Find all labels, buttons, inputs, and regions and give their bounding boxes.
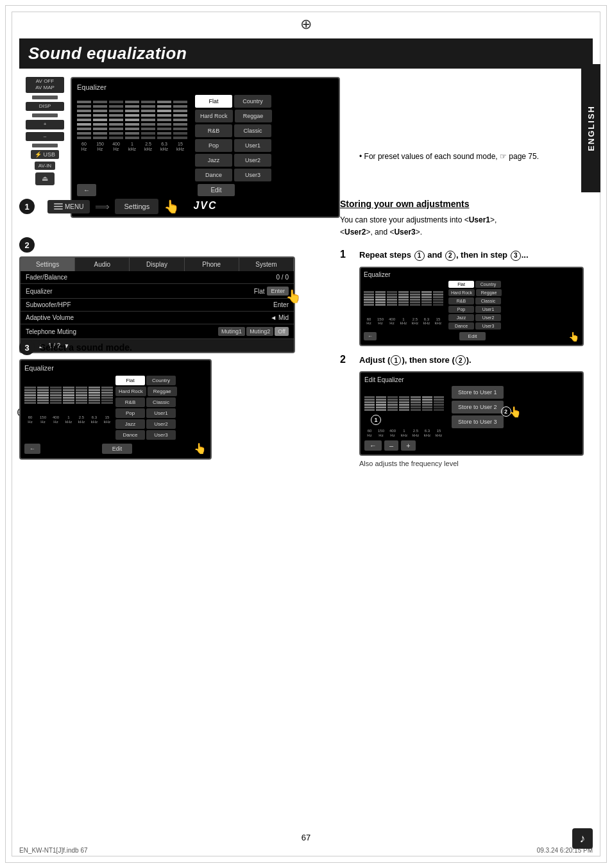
storing-text: You can store your adjustments into <Use… [340,214,574,238]
storing-eq-btn-classic[interactable]: Classic [475,297,501,305]
eq-btn-row-6: Dance User3 [195,169,272,181]
eq-btn-rb[interactable]: R&B [195,124,232,137]
edit-eq-bottom: ← – + [364,440,579,451]
device-connector-3 [32,144,58,147]
eq-screen-body: 60Hz 150Hz 400Hz 1kHz 2.5kHz 6.3kHz 15kH… [77,95,334,181]
circle-1-ref: 1 [414,251,425,261]
storing-title: Storing your own adjustments [340,199,574,209]
step3-btn-country[interactable]: Country [146,376,176,385]
step3-eq-screen: Equalizer [19,359,212,460]
circle-3-ref: 3 [511,251,521,261]
storing-eq-btn-flat[interactable]: Flat [448,281,474,288]
av-off-btn[interactable]: AV OFF AV MAP [26,77,64,93]
eq-back-button[interactable]: ← [77,184,96,196]
eq-btn-pop[interactable]: Pop [195,139,232,152]
device-connector-1 [32,96,58,99]
storing-eq-btn-pop[interactable]: Pop [448,306,474,313]
eq-screen-title: Equalizer [77,83,334,91]
eq-preset-buttons: Flat Country Hard Rock Reggae R&B Classi… [195,95,272,181]
storing-eq-back-btn[interactable]: ← [364,332,377,340]
storing-eq-btn-jazz[interactable]: Jazz [448,314,474,321]
storing-eq-btn-hardrock[interactable]: Hard Rock [448,289,475,296]
plus-btn[interactable]: + [26,120,64,129]
step3-eq-title: Equalizer [24,364,207,372]
step3-back-btn[interactable]: ← [24,444,40,454]
eq-btn-country[interactable]: Country [234,95,271,108]
eq-btn-hardrock[interactable]: Hard Rock [195,110,233,122]
storing-step1-content: Repeat steps 1 and 2, then in step 3... … [359,249,584,346]
eq-btn-flat[interactable]: Flat [195,95,232,108]
step3-btn-reggae[interactable]: Reggae [148,387,177,396]
tab-system[interactable]: System [239,258,294,271]
storing-eq-btn-user3[interactable]: User3 [475,322,501,330]
avin-btn[interactable]: AV-IN [35,162,55,170]
edit-minus-btn[interactable]: – [384,440,398,451]
edit-back-btn[interactable]: ← [364,440,382,451]
step3-btn-user3[interactable]: User3 [146,430,176,440]
arrow-right-icon: ⟹ [95,201,110,213]
eq-btn-user1[interactable]: User1 [234,139,271,152]
step3-btn-classic[interactable]: Classic [146,397,176,407]
storing-eq-btn-dance[interactable]: Dance [448,322,474,330]
settings-tabs: Settings Audio Display Phone System [21,258,294,271]
menu-label: MENU [65,203,83,210]
step3-preset-btns: Flat Country Hard Rock Reggae R&B Classi… [115,376,177,440]
edit-plus-btn[interactable]: + [401,440,415,451]
storing-eq-btn-user2[interactable]: User2 [475,314,501,321]
muting2-btn[interactable]: Muting2 [246,327,273,336]
storing-step2: 2 Adjust (1), then store (2). Edit Equal… [340,354,574,467]
step1-circle: 1 [19,199,35,214]
storing-eq-btn-country[interactable]: Country [475,281,501,288]
storing-eq-btn-rb[interactable]: R&B [448,297,474,305]
eq-bars [77,95,187,140]
tab-display[interactable]: Display [130,258,184,271]
tab-audio[interactable]: Audio [75,258,130,271]
muting1-btn[interactable]: Muting1 [218,327,245,336]
step3-btn-flat[interactable]: Flat [115,376,145,385]
eq-btn-user3[interactable]: User3 [234,169,271,181]
eq-btn-dance[interactable]: Dance [195,169,232,181]
step3-btn-hardrock[interactable]: Hard Rock [115,387,146,396]
minus-btn[interactable]: – [26,132,64,141]
crosshair-icon-top: ⊕ [300,16,312,33]
menu-button-image[interactable]: MENU [47,200,90,213]
device-connector-2 [32,113,58,117]
step3-bars-container: 60Hz 150Hz 400Hz 1kHz 2.5kHz 6.3kHz 15kH… [24,376,113,440]
sidebar-english: ENGLISH [581,64,600,192]
storing-eq-edit-btn[interactable]: Edit [459,332,486,340]
edit-eq-left: 1 60Hz 150Hz 400Hz 1kHz 2.5kHz 6.3kHz 15… [364,386,444,437]
title-bar: Sound equalization [19,38,593,69]
step3-edit-btn[interactable]: Edit [102,444,133,454]
storing-section: Storing your own adjustments You can sto… [340,199,574,475]
eq-btn-jazz[interactable]: Jazz [195,154,232,167]
settings-row-muting: Telephone Muting Muting1 Muting2 Off [21,324,294,339]
step3-btn-jazz[interactable]: Jazz [115,419,145,429]
storing-eq-btn-user1[interactable]: User1 [475,306,501,313]
storing-eq-hand-icon: 👆 [568,331,579,342]
settings-button-image[interactable]: Settings [115,199,158,214]
eq-edit-button[interactable]: Edit [198,184,234,196]
step3-btn-pop[interactable]: Pop [115,408,145,418]
storing-step2-num: 2 [340,354,353,365]
store-to-user1-btn[interactable]: Store to User 1 [452,386,504,399]
muting-off-btn[interactable]: Off [275,327,289,336]
eq-btn-user2[interactable]: User2 [234,154,271,167]
hand-pointer-icon: 👆 [164,199,180,214]
also-adjusts-text: Also adjusts the frequency level [359,460,584,467]
tab-settings[interactable]: Settings [21,258,75,271]
usb-icon: ⚡ USB [31,150,59,159]
storing-eq-btn-reggae[interactable]: Reggae [476,289,502,296]
eq-bar-6 [157,100,171,140]
disp-btn[interactable]: DISP [26,102,64,111]
eq-btn-reggae[interactable]: Reggae [235,110,272,122]
tab-phone[interactable]: Phone [185,258,239,271]
store-to-user2-btn[interactable]: Store to User 2 [452,401,504,413]
step3-btn-user1[interactable]: User1 [146,408,176,418]
step3-btn-user2[interactable]: User2 [146,419,176,429]
store-to-user3-btn[interactable]: Store to User 3 [452,415,504,428]
settings-row-equalizer: Equalizer Flat Enter [21,284,294,299]
store-hand-icon: 👆 [509,406,522,418]
step3-btn-dance[interactable]: Dance [115,430,145,440]
step3-btn-rb[interactable]: R&B [115,397,145,407]
eq-btn-classic[interactable]: Classic [234,124,271,137]
